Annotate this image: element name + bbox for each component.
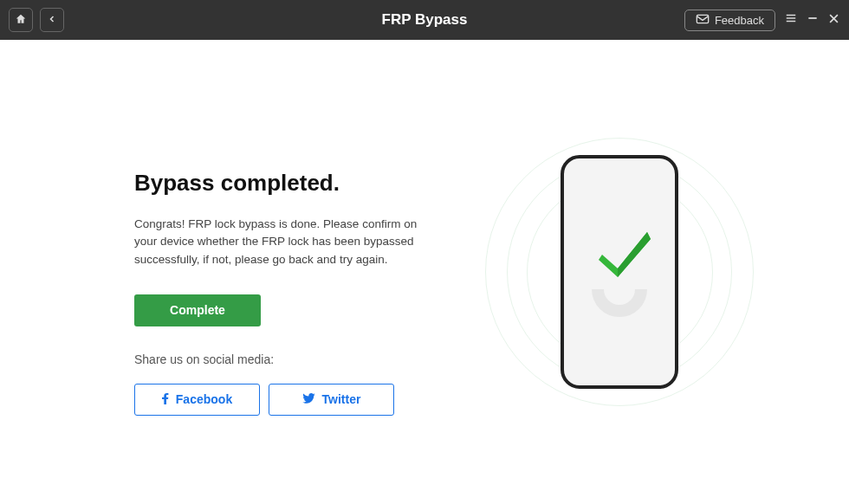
- twitter-icon: [302, 392, 315, 406]
- checkmark-icon: [593, 222, 654, 282]
- illustration-panel: [442, 74, 797, 469]
- feedback-button[interactable]: Feedback: [684, 10, 775, 31]
- mail-icon: [696, 14, 710, 27]
- home-button[interactable]: [9, 8, 33, 32]
- header-left-controls: [9, 8, 64, 32]
- chevron-left-icon: [47, 14, 57, 27]
- page-title: Bypass completed.: [134, 170, 442, 197]
- success-indicator: [585, 237, 654, 307]
- twitter-label: Twitter: [322, 392, 361, 406]
- menu-icon: [784, 12, 798, 28]
- complete-button[interactable]: Complete: [134, 294, 261, 326]
- app-header: FRP Bypass Feedback: [0, 0, 849, 40]
- content-panel: Bypass completed. Congrats! FRP lock byp…: [52, 74, 442, 416]
- feedback-label: Feedback: [715, 14, 764, 27]
- window-controls: [784, 12, 840, 29]
- twitter-button[interactable]: Twitter: [269, 384, 394, 416]
- header-right-controls: Feedback: [684, 10, 840, 31]
- svg-rect-0: [697, 15, 708, 23]
- minimize-icon: [807, 12, 819, 28]
- home-icon: [15, 13, 27, 28]
- close-button[interactable]: [827, 12, 840, 29]
- facebook-icon: [162, 392, 169, 407]
- main-content: Bypass completed. Congrats! FRP lock byp…: [0, 40, 849, 504]
- minimize-button[interactable]: [807, 12, 819, 28]
- share-label: Share us on social media:: [134, 352, 442, 366]
- phone-frame: [561, 155, 678, 389]
- menu-button[interactable]: [784, 12, 798, 28]
- facebook-label: Facebook: [176, 392, 232, 406]
- page-description: Congrats! FRP lock bypass is done. Pleas…: [134, 216, 442, 268]
- phone-illustration: [489, 125, 749, 419]
- back-button[interactable]: [40, 8, 64, 32]
- close-icon: [827, 12, 840, 29]
- app-title: FRP Bypass: [382, 11, 468, 29]
- social-buttons: Facebook Twitter: [134, 384, 442, 416]
- facebook-button[interactable]: Facebook: [134, 384, 260, 416]
